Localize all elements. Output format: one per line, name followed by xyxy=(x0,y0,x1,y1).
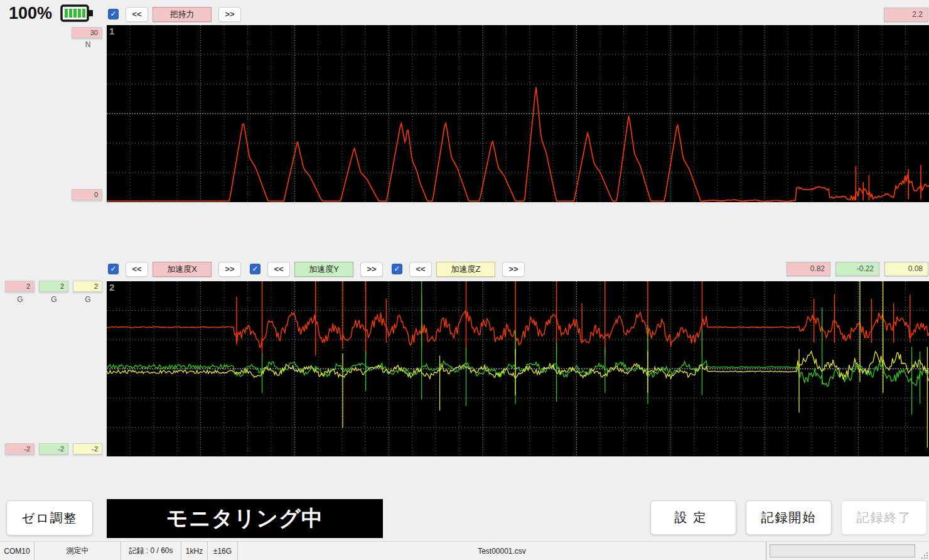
accel-z-unit-label: G xyxy=(83,295,93,304)
record-progress-bar xyxy=(770,544,915,557)
accel-z-ymin-label: -2 xyxy=(73,443,102,455)
accel-y-next-button[interactable]: >> xyxy=(360,262,383,277)
accel-z-ymax-label: 2 xyxy=(73,281,102,292)
zero-adjust-button[interactable]: ゼロ調整 xyxy=(6,500,93,536)
grip-force-value: 2.2 xyxy=(884,8,928,22)
chart1-ymin-label: 0 xyxy=(72,189,102,200)
accel-z-visible-checkbox[interactable]: ✓ xyxy=(392,264,402,274)
accel-z-prev-button[interactable]: << xyxy=(409,262,432,277)
channel1-visible-checkbox[interactable]: ✓ xyxy=(108,9,119,19)
app-window: 100% ✓ << 把持力 >> 2.2 30 N 0 1 ✓ << 加速度X … xyxy=(0,0,929,560)
accel-z-label: 加速度Z xyxy=(436,262,495,277)
status-accel-range: ±16G xyxy=(208,542,238,560)
status-measure-state: 測定中 xyxy=(35,542,121,560)
grip-force-chart: 1 xyxy=(107,25,929,202)
accel-x-value: 0.82 xyxy=(787,262,830,276)
accel-x-ymax-label: 2 xyxy=(5,281,35,292)
accel-y-ymin-label: -2 xyxy=(39,443,68,455)
accel-x-visible-checkbox[interactable]: ✓ xyxy=(108,264,119,274)
chart2-corner-number: 2 xyxy=(109,282,114,293)
accel-z-value: 0.08 xyxy=(884,262,928,276)
battery-percent: 100% xyxy=(9,4,52,23)
accel-x-unit-label: G xyxy=(15,295,25,304)
status-sample-rate: 1kHz xyxy=(181,542,208,560)
acceleration-chart: 2 xyxy=(107,281,929,456)
accel-x-prev-button[interactable]: << xyxy=(126,262,148,277)
battery-icon xyxy=(60,4,95,23)
channel1-label: 把持力 xyxy=(153,7,212,22)
channel1-prev-button[interactable]: << xyxy=(126,7,148,22)
accel-y-ymax-label: 2 xyxy=(39,281,68,292)
monitoring-status-banner: モニタリング中 xyxy=(107,499,383,538)
accel-z-next-button[interactable]: >> xyxy=(502,262,525,277)
accel-y-label: 加速度Y xyxy=(294,262,353,277)
settings-button[interactable]: 設定 xyxy=(650,500,736,535)
accel-y-prev-button[interactable]: << xyxy=(267,262,290,277)
status-progress-area xyxy=(766,542,921,560)
status-record-progress: 記録 : 0 / 60s xyxy=(121,542,181,560)
resize-grip-icon[interactable] xyxy=(921,546,929,560)
status-filename: Test00001.csv xyxy=(238,542,766,560)
record-stop-button[interactable]: 記録終了 xyxy=(841,500,927,535)
accel-y-unit-label: G xyxy=(49,295,59,304)
status-bar: COM10 測定中 記録 : 0 / 60s 1kHz ±16G Test000… xyxy=(0,541,929,560)
accel-x-ymin-label: -2 xyxy=(5,443,35,455)
status-com-port: COM10 xyxy=(0,542,35,560)
chart1-ymax-label: 30 xyxy=(72,27,102,38)
accel-y-value: -0.22 xyxy=(835,262,879,276)
channel1-next-button[interactable]: >> xyxy=(218,7,241,22)
chart1-unit-label: N xyxy=(83,40,92,49)
accel-x-next-button[interactable]: >> xyxy=(218,262,241,277)
chart1-corner-number: 1 xyxy=(109,26,114,36)
record-start-button[interactable]: 記録開始 xyxy=(746,500,832,535)
accel-x-label: 加速度X xyxy=(153,262,212,277)
accel-y-visible-checkbox[interactable]: ✓ xyxy=(250,264,260,274)
